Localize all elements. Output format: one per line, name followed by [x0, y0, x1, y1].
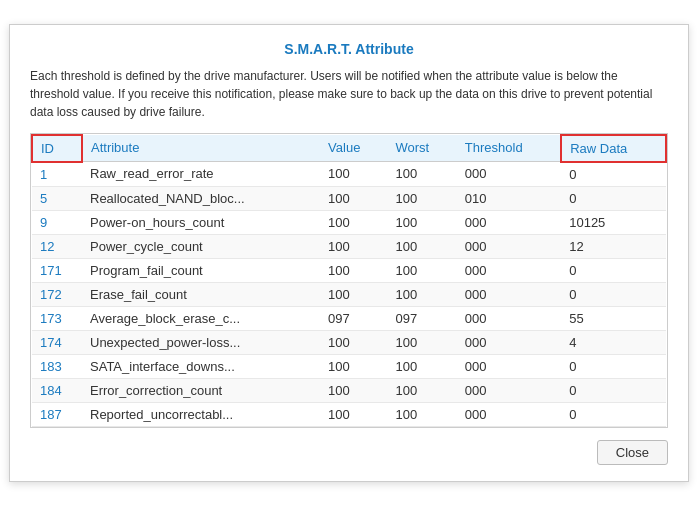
cell-worst: 100 — [387, 210, 456, 234]
cell-rawdata: 0 — [561, 282, 666, 306]
cell-attribute: Error_correction_count — [82, 378, 320, 402]
cell-attribute: Reported_uncorrectabl... — [82, 402, 320, 426]
cell-attribute: Power_cycle_count — [82, 234, 320, 258]
cell-threshold: 000 — [457, 378, 561, 402]
table-row: 5Reallocated_NAND_bloc...1001000100 — [32, 186, 666, 210]
cell-value: 100 — [320, 378, 387, 402]
cell-worst: 097 — [387, 306, 456, 330]
table-body: 1Raw_read_error_rate10010000005Reallocat… — [32, 162, 666, 427]
cell-threshold: 000 — [457, 210, 561, 234]
table-row: 12Power_cycle_count10010000012 — [32, 234, 666, 258]
cell-rawdata: 0 — [561, 402, 666, 426]
cell-id: 174 — [32, 330, 82, 354]
table-row: 1Raw_read_error_rate1001000000 — [32, 162, 666, 187]
cell-id: 171 — [32, 258, 82, 282]
cell-attribute: Program_fail_count — [82, 258, 320, 282]
cell-threshold: 000 — [457, 282, 561, 306]
cell-value: 097 — [320, 306, 387, 330]
cell-worst: 100 — [387, 330, 456, 354]
smart-table-container: ID Attribute Value Worst Threshold Raw D… — [30, 133, 668, 428]
table-row: 171Program_fail_count1001000000 — [32, 258, 666, 282]
cell-value: 100 — [320, 234, 387, 258]
cell-threshold: 000 — [457, 162, 561, 187]
cell-rawdata: 0 — [561, 354, 666, 378]
col-header-value: Value — [320, 135, 387, 162]
col-header-worst: Worst — [387, 135, 456, 162]
table-row: 174Unexpected_power-loss...1001000004 — [32, 330, 666, 354]
cell-worst: 100 — [387, 378, 456, 402]
cell-threshold: 010 — [457, 186, 561, 210]
cell-threshold: 000 — [457, 306, 561, 330]
cell-worst: 100 — [387, 234, 456, 258]
table-header-row: ID Attribute Value Worst Threshold Raw D… — [32, 135, 666, 162]
cell-value: 100 — [320, 186, 387, 210]
cell-id: 9 — [32, 210, 82, 234]
cell-id: 1 — [32, 162, 82, 187]
cell-worst: 100 — [387, 402, 456, 426]
table-row: 173Average_block_erase_c...09709700055 — [32, 306, 666, 330]
table-row: 9Power-on_hours_count10010000010125 — [32, 210, 666, 234]
col-header-threshold: Threshold — [457, 135, 561, 162]
cell-value: 100 — [320, 162, 387, 187]
table-row: 172Erase_fail_count1001000000 — [32, 282, 666, 306]
cell-threshold: 000 — [457, 402, 561, 426]
table-row: 183SATA_interface_downs...1001000000 — [32, 354, 666, 378]
dialog-description: Each threshold is defined by the drive m… — [30, 67, 668, 121]
cell-id: 173 — [32, 306, 82, 330]
col-header-attribute: Attribute — [82, 135, 320, 162]
cell-id: 12 — [32, 234, 82, 258]
cell-worst: 100 — [387, 354, 456, 378]
cell-attribute: SATA_interface_downs... — [82, 354, 320, 378]
cell-id: 187 — [32, 402, 82, 426]
cell-rawdata: 12 — [561, 234, 666, 258]
cell-threshold: 000 — [457, 258, 561, 282]
smart-attribute-dialog: S.M.A.R.T. Attribute Each threshold is d… — [9, 24, 689, 482]
cell-rawdata: 0 — [561, 186, 666, 210]
cell-attribute: Unexpected_power-loss... — [82, 330, 320, 354]
cell-threshold: 000 — [457, 234, 561, 258]
cell-value: 100 — [320, 402, 387, 426]
cell-worst: 100 — [387, 186, 456, 210]
cell-rawdata: 55 — [561, 306, 666, 330]
cell-value: 100 — [320, 354, 387, 378]
cell-value: 100 — [320, 330, 387, 354]
cell-attribute: Erase_fail_count — [82, 282, 320, 306]
cell-worst: 100 — [387, 258, 456, 282]
cell-rawdata: 0 — [561, 378, 666, 402]
cell-attribute: Power-on_hours_count — [82, 210, 320, 234]
cell-worst: 100 — [387, 162, 456, 187]
smart-table: ID Attribute Value Worst Threshold Raw D… — [31, 134, 667, 427]
cell-attribute: Average_block_erase_c... — [82, 306, 320, 330]
cell-value: 100 — [320, 210, 387, 234]
table-row: 187Reported_uncorrectabl...1001000000 — [32, 402, 666, 426]
cell-rawdata: 0 — [561, 258, 666, 282]
cell-id: 5 — [32, 186, 82, 210]
cell-rawdata: 4 — [561, 330, 666, 354]
cell-threshold: 000 — [457, 330, 561, 354]
cell-attribute: Reallocated_NAND_bloc... — [82, 186, 320, 210]
dialog-title: S.M.A.R.T. Attribute — [30, 41, 668, 57]
col-header-rawdata: Raw Data — [561, 135, 666, 162]
cell-attribute: Raw_read_error_rate — [82, 162, 320, 187]
cell-rawdata: 10125 — [561, 210, 666, 234]
cell-id: 172 — [32, 282, 82, 306]
cell-value: 100 — [320, 282, 387, 306]
cell-rawdata: 0 — [561, 162, 666, 187]
dialog-footer: Close — [30, 440, 668, 465]
close-button[interactable]: Close — [597, 440, 668, 465]
col-header-id: ID — [32, 135, 82, 162]
cell-value: 100 — [320, 258, 387, 282]
cell-threshold: 000 — [457, 354, 561, 378]
cell-worst: 100 — [387, 282, 456, 306]
cell-id: 184 — [32, 378, 82, 402]
table-row: 184Error_correction_count1001000000 — [32, 378, 666, 402]
cell-id: 183 — [32, 354, 82, 378]
